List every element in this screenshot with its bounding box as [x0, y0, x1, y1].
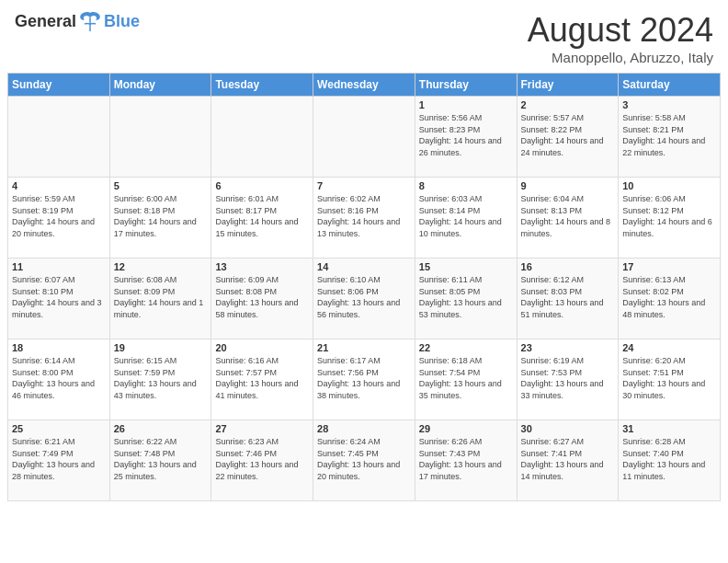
day-number: 12	[114, 261, 208, 272]
day-info: Sunrise: 6:08 AMSunset: 8:09 PMDaylight:…	[114, 274, 208, 320]
calendar-cell: 21Sunrise: 6:17 AMSunset: 7:56 PMDayligh…	[313, 339, 415, 420]
day-info: Sunrise: 6:11 AMSunset: 8:05 PMDaylight:…	[419, 274, 513, 320]
calendar-cell: 20Sunrise: 6:16 AMSunset: 7:57 PMDayligh…	[211, 339, 313, 420]
day-number: 18	[12, 342, 106, 353]
day-info: Sunrise: 6:19 AMSunset: 7:53 PMDaylight:…	[521, 355, 615, 401]
calendar-cell	[8, 97, 110, 178]
calendar-cell: 11Sunrise: 6:07 AMSunset: 8:10 PMDayligh…	[8, 259, 110, 339]
calendar-header-friday: Friday	[517, 74, 619, 97]
day-info: Sunrise: 6:23 AMSunset: 7:46 PMDaylight:…	[215, 436, 309, 482]
calendar-header-thursday: Thursday	[415, 74, 517, 97]
day-info: Sunrise: 6:20 AMSunset: 7:51 PMDaylight:…	[622, 355, 716, 401]
day-number: 31	[622, 423, 716, 434]
calendar-container: SundayMondayTuesdayWednesdayThursdayFrid…	[0, 73, 728, 509]
calendar-cell: 1Sunrise: 5:56 AMSunset: 8:23 PMDaylight…	[415, 97, 517, 178]
day-number: 14	[317, 261, 411, 272]
day-info: Sunrise: 6:14 AMSunset: 8:00 PMDaylight:…	[12, 355, 106, 401]
page-header: General Blue August 2024 Manoppello, Abr…	[0, 0, 728, 73]
day-number: 27	[215, 423, 309, 434]
day-info: Sunrise: 6:24 AMSunset: 7:45 PMDaylight:…	[317, 436, 411, 482]
day-number: 20	[215, 342, 309, 353]
calendar-cell: 29Sunrise: 6:26 AMSunset: 7:43 PMDayligh…	[415, 420, 517, 501]
calendar-cell: 24Sunrise: 6:20 AMSunset: 7:51 PMDayligh…	[619, 339, 721, 420]
calendar-cell: 4Sunrise: 5:59 AMSunset: 8:19 PMDaylight…	[8, 178, 110, 259]
location-subtitle: Manoppello, Abruzzo, Italy	[528, 50, 713, 65]
calendar-week-4: 18Sunrise: 6:14 AMSunset: 8:00 PMDayligh…	[8, 339, 721, 420]
day-number: 16	[521, 261, 615, 272]
day-info: Sunrise: 6:13 AMSunset: 8:02 PMDaylight:…	[622, 274, 716, 320]
day-info: Sunrise: 5:56 AMSunset: 8:23 PMDaylight:…	[419, 112, 513, 158]
calendar-header-sunday: Sunday	[8, 74, 110, 97]
calendar-cell	[109, 97, 211, 178]
day-number: 15	[419, 261, 513, 272]
calendar-cell: 6Sunrise: 6:01 AMSunset: 8:17 PMDaylight…	[211, 178, 313, 259]
day-number: 21	[317, 342, 411, 353]
logo-text: General Blue	[15, 11, 140, 31]
day-info: Sunrise: 6:17 AMSunset: 7:56 PMDaylight:…	[317, 355, 411, 401]
day-info: Sunrise: 6:06 AMSunset: 8:12 PMDaylight:…	[622, 193, 716, 239]
calendar-cell: 30Sunrise: 6:27 AMSunset: 7:41 PMDayligh…	[517, 420, 619, 501]
day-number: 2	[521, 99, 615, 110]
calendar-cell: 16Sunrise: 6:12 AMSunset: 8:03 PMDayligh…	[517, 259, 619, 339]
day-number: 8	[419, 180, 513, 191]
day-info: Sunrise: 6:02 AMSunset: 8:16 PMDaylight:…	[317, 193, 411, 239]
calendar-cell: 7Sunrise: 6:02 AMSunset: 8:16 PMDaylight…	[313, 178, 415, 259]
calendar-cell: 25Sunrise: 6:21 AMSunset: 7:49 PMDayligh…	[8, 420, 110, 501]
day-info: Sunrise: 6:12 AMSunset: 8:03 PMDaylight:…	[521, 274, 615, 320]
day-info: Sunrise: 6:28 AMSunset: 7:40 PMDaylight:…	[622, 436, 716, 482]
month-year-title: August 2024	[528, 11, 713, 50]
calendar-week-3: 11Sunrise: 6:07 AMSunset: 8:10 PMDayligh…	[8, 259, 721, 339]
day-number: 23	[521, 342, 615, 353]
day-info: Sunrise: 6:01 AMSunset: 8:17 PMDaylight:…	[215, 193, 309, 239]
day-info: Sunrise: 6:18 AMSunset: 7:54 PMDaylight:…	[419, 355, 513, 401]
day-info: Sunrise: 6:15 AMSunset: 7:59 PMDaylight:…	[114, 355, 208, 401]
calendar-cell: 15Sunrise: 6:11 AMSunset: 8:05 PMDayligh…	[415, 259, 517, 339]
day-info: Sunrise: 5:58 AMSunset: 8:21 PMDaylight:…	[622, 112, 716, 158]
calendar-header-saturday: Saturday	[619, 74, 721, 97]
day-number: 1	[419, 99, 513, 110]
calendar-cell: 10Sunrise: 6:06 AMSunset: 8:12 PMDayligh…	[619, 178, 721, 259]
day-number: 22	[419, 342, 513, 353]
calendar-cell: 17Sunrise: 6:13 AMSunset: 8:02 PMDayligh…	[619, 259, 721, 339]
calendar-cell: 31Sunrise: 6:28 AMSunset: 7:40 PMDayligh…	[619, 420, 721, 501]
day-number: 19	[114, 342, 208, 353]
day-info: Sunrise: 6:16 AMSunset: 7:57 PMDaylight:…	[215, 355, 309, 401]
day-number: 17	[622, 261, 716, 272]
day-info: Sunrise: 6:21 AMSunset: 7:49 PMDaylight:…	[12, 436, 106, 482]
calendar-cell: 14Sunrise: 6:10 AMSunset: 8:06 PMDayligh…	[313, 259, 415, 339]
day-number: 28	[317, 423, 411, 434]
calendar-header-tuesday: Tuesday	[211, 74, 313, 97]
calendar-cell: 27Sunrise: 6:23 AMSunset: 7:46 PMDayligh…	[211, 420, 313, 501]
calendar-cell: 22Sunrise: 6:18 AMSunset: 7:54 PMDayligh…	[415, 339, 517, 420]
day-info: Sunrise: 6:10 AMSunset: 8:06 PMDaylight:…	[317, 274, 411, 320]
day-info: Sunrise: 6:04 AMSunset: 8:13 PMDaylight:…	[521, 193, 615, 239]
day-number: 11	[12, 261, 106, 272]
calendar-cell	[313, 97, 415, 178]
calendar-cell: 26Sunrise: 6:22 AMSunset: 7:48 PMDayligh…	[109, 420, 211, 501]
day-number: 26	[114, 423, 208, 434]
title-section: August 2024 Manoppello, Abruzzo, Italy	[528, 11, 713, 65]
day-number: 25	[12, 423, 106, 434]
day-info: Sunrise: 6:07 AMSunset: 8:10 PMDaylight:…	[12, 274, 106, 320]
calendar-header-row: SundayMondayTuesdayWednesdayThursdayFrid…	[8, 74, 721, 97]
day-info: Sunrise: 5:59 AMSunset: 8:19 PMDaylight:…	[12, 193, 106, 239]
day-number: 24	[622, 342, 716, 353]
calendar-week-1: 1Sunrise: 5:56 AMSunset: 8:23 PMDaylight…	[8, 97, 721, 178]
day-info: Sunrise: 6:22 AMSunset: 7:48 PMDaylight:…	[114, 436, 208, 482]
day-number: 9	[521, 180, 615, 191]
calendar-cell: 13Sunrise: 6:09 AMSunset: 8:08 PMDayligh…	[211, 259, 313, 339]
day-number: 13	[215, 261, 309, 272]
calendar-cell: 19Sunrise: 6:15 AMSunset: 7:59 PMDayligh…	[109, 339, 211, 420]
day-info: Sunrise: 6:27 AMSunset: 7:41 PMDaylight:…	[521, 436, 615, 482]
calendar-cell: 28Sunrise: 6:24 AMSunset: 7:45 PMDayligh…	[313, 420, 415, 501]
calendar-header-monday: Monday	[109, 74, 211, 97]
logo-bird-icon	[77, 11, 103, 31]
day-info: Sunrise: 6:26 AMSunset: 7:43 PMDaylight:…	[419, 436, 513, 482]
day-info: Sunrise: 6:03 AMSunset: 8:14 PMDaylight:…	[419, 193, 513, 239]
logo: General Blue	[15, 11, 140, 31]
day-number: 3	[622, 99, 716, 110]
calendar-cell: 9Sunrise: 6:04 AMSunset: 8:13 PMDaylight…	[517, 178, 619, 259]
day-number: 10	[622, 180, 716, 191]
calendar-cell: 18Sunrise: 6:14 AMSunset: 8:00 PMDayligh…	[8, 339, 110, 420]
calendar-week-2: 4Sunrise: 5:59 AMSunset: 8:19 PMDaylight…	[8, 178, 721, 259]
